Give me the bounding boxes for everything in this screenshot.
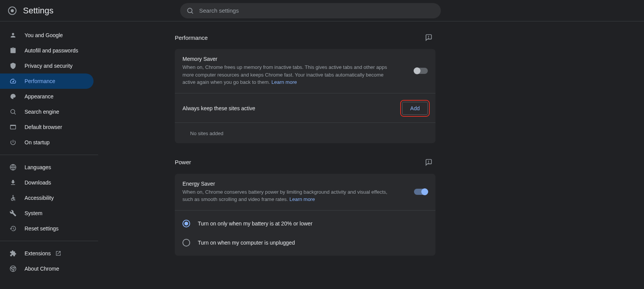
speed-icon <box>9 77 17 85</box>
sidebar-item-extensions[interactable]: Extensions <box>0 246 94 261</box>
sidebar-item-downloads[interactable]: Downloads <box>0 175 94 190</box>
sidebar-item-performance[interactable]: Performance <box>0 73 94 89</box>
sidebar-item-you-and-google[interactable]: You and Google <box>0 28 94 43</box>
sidebar-item-label: Privacy and security <box>25 63 72 69</box>
sidebar-divider <box>0 155 98 155</box>
sidebar-item-label: Accessibility <box>25 195 54 201</box>
energy-saver-toggle[interactable] <box>414 189 428 195</box>
radio-button[interactable] <box>182 220 190 227</box>
sidebar-item-reset-settings[interactable]: Reset settings <box>0 221 94 236</box>
sidebar-item-privacy-and-security[interactable]: Privacy and security <box>0 58 94 73</box>
sidebar-item-accessibility[interactable]: Accessibility <box>0 190 94 206</box>
memory-saver-toggle[interactable] <box>414 68 428 74</box>
svg-point-4 <box>11 109 15 114</box>
sidebar-item-label: On startup <box>25 139 49 145</box>
feedback-icon <box>425 158 432 166</box>
radio-label: Turn on only when my battery is at 20% o… <box>198 220 312 227</box>
power-section-header: Power <box>175 155 435 169</box>
clipboard-icon <box>9 47 17 54</box>
energy-saver-title: Energy Saver <box>182 181 397 187</box>
sidebar-item-default-browser[interactable]: Default browser <box>0 119 94 135</box>
energy-saver-options-block: Turn on only when my battery is at 20% o… <box>175 210 435 256</box>
memory-saver-description: When on, Chrome frees up memory from ina… <box>182 64 397 86</box>
power-feedback-button[interactable] <box>422 155 435 169</box>
sidebar-item-label: You and Google <box>25 32 63 38</box>
sidebar-item-label: Downloads <box>25 180 51 186</box>
settings-sidebar: You and GoogleAutofill and passwordsPriv… <box>0 21 98 289</box>
accessibility-icon <box>9 194 17 202</box>
sidebar-item-about-chrome[interactable]: About Chrome <box>0 261 94 276</box>
sidebar-item-label: Reset settings <box>25 225 59 232</box>
keep-sites-active-label: Always keep these sites active <box>182 105 255 111</box>
palette-icon <box>9 93 17 100</box>
sidebar-item-label: Search engine <box>25 109 59 115</box>
download-icon <box>9 179 17 186</box>
shield-icon <box>9 62 17 70</box>
sidebar-item-label: Extensions <box>25 250 51 256</box>
sidebar-item-label: Autofill and passwords <box>25 47 78 54</box>
page-title: Settings <box>23 6 54 16</box>
energy-saver-learn-more-link[interactable]: Learn more <box>289 196 315 202</box>
energy-saver-option-row[interactable]: Turn on when my computer is unplugged <box>182 237 428 249</box>
radio-label: Turn on when my computer is unplugged <box>198 240 295 246</box>
energy-saver-block: Energy Saver When on, Chrome conserves b… <box>175 174 435 210</box>
sidebar-item-search-engine[interactable]: Search engine <box>0 104 94 119</box>
memory-saver-block: Memory Saver When on, Chrome frees up me… <box>175 49 435 93</box>
content-area: Performance Memory Saver When on, Chrome… <box>98 21 644 289</box>
sidebar-divider <box>0 241 98 241</box>
search-icon <box>186 7 194 15</box>
browser-icon <box>9 123 17 131</box>
performance-section-title: Performance <box>175 34 208 41</box>
sidebar-item-label: System <box>25 210 43 216</box>
search-input[interactable] <box>199 7 435 14</box>
memory-saver-learn-more-link[interactable]: Learn more <box>271 79 297 85</box>
radio-button[interactable] <box>182 239 190 247</box>
chrome-icon <box>9 265 17 273</box>
history-icon <box>9 225 17 232</box>
power-card: Energy Saver When on, Chrome conserves b… <box>175 174 435 256</box>
app-header: Settings <box>0 0 644 21</box>
sidebar-item-system[interactable]: System <box>0 206 94 221</box>
chrome-logo-icon <box>8 6 17 15</box>
wrench-icon <box>9 209 17 217</box>
keep-sites-active-block: Always keep these sites active Add <box>175 93 435 122</box>
feedback-icon <box>425 34 432 41</box>
performance-card: Memory Saver When on, Chrome frees up me… <box>175 49 435 143</box>
sidebar-item-label: Languages <box>25 164 51 170</box>
energy-saver-description: When on, Chrome conserves battery power … <box>182 188 397 203</box>
no-sites-block: No sites added <box>175 122 435 143</box>
power-section-title: Power <box>175 159 191 165</box>
performance-feedback-button[interactable] <box>422 31 435 44</box>
sidebar-item-label: Appearance <box>25 93 54 100</box>
memory-saver-title: Memory Saver <box>182 56 397 62</box>
search-icon <box>9 108 17 116</box>
sidebar-item-label: About Chrome <box>25 266 59 272</box>
add-site-button[interactable]: Add <box>402 102 428 115</box>
svg-point-1 <box>11 9 14 12</box>
no-sites-text: No sites added <box>182 130 428 136</box>
person-icon <box>9 31 17 39</box>
external-link-icon <box>55 250 61 256</box>
sidebar-item-autofill-and-passwords[interactable]: Autofill and passwords <box>0 43 94 58</box>
performance-section-header: Performance <box>175 31 435 44</box>
sidebar-item-label: Performance <box>25 78 55 84</box>
svg-point-15 <box>429 38 429 38</box>
sidebar-item-appearance[interactable]: Appearance <box>0 89 94 104</box>
power-icon <box>9 139 17 146</box>
svg-point-8 <box>13 195 14 196</box>
svg-point-2 <box>187 8 192 13</box>
sidebar-item-label: Default browser <box>25 124 62 130</box>
energy-saver-option-row[interactable]: Turn on only when my battery is at 20% o… <box>182 217 428 230</box>
sidebar-item-languages[interactable]: Languages <box>0 160 94 175</box>
svg-line-3 <box>191 12 193 13</box>
extension-icon <box>9 250 17 257</box>
svg-line-5 <box>14 113 15 114</box>
globe-icon <box>9 163 17 171</box>
sidebar-item-on-startup[interactable]: On startup <box>0 135 94 150</box>
search-container[interactable] <box>180 3 441 18</box>
svg-point-17 <box>429 163 429 163</box>
